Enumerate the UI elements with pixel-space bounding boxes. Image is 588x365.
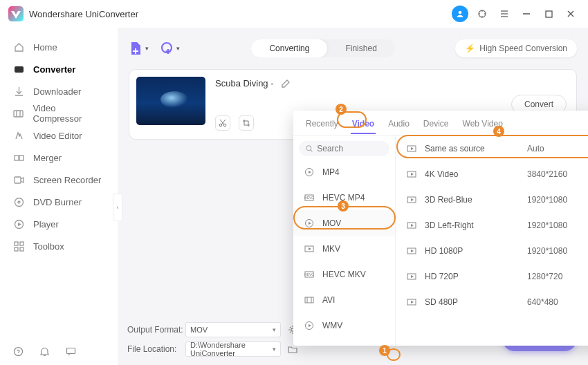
svg-marker-24 [309,171,311,174]
format-icon [303,295,315,305]
format-icon [303,244,315,254]
svg-rect-18 [133,50,138,52]
sidebar-item-recorder[interactable]: Screen Recorder [0,169,118,191]
maximize-button[interactable] [540,5,558,23]
format-row[interactable]: AVI [293,287,395,312]
rename-icon[interactable] [281,79,291,88]
sidebar-item-label: Merger [33,153,62,163]
bolt-icon: ⚡ [465,44,475,53]
svg-marker-28 [309,222,311,225]
tab-converting[interactable]: Converting [251,39,327,57]
preset-icon [405,195,418,205]
preset-row[interactable]: 3D Red-Blue1920*1080 [396,187,588,212]
svg-marker-30 [309,247,311,250]
svg-point-1 [459,11,462,15]
svg-marker-47 [411,275,414,278]
add-url-icon [160,41,175,56]
status-segmented: Converting Finished [251,39,394,57]
preset-row[interactable]: 4K Video3840*2160 [396,161,588,187]
tab-video[interactable]: Video [345,113,381,133]
sidebar-item-compressor[interactable]: Video Compressor [0,102,118,124]
titlebar: Wondershare UniConverter [0,0,588,28]
svg-rect-3 [546,11,552,17]
svg-rect-15 [15,247,18,251]
svg-marker-37 [411,147,414,150]
svg-marker-12 [18,223,21,226]
minimize-button[interactable] [517,5,535,23]
format-row[interactable]: WMV [293,312,395,338]
preset-row[interactable]: 3D Left-Right1920*1080 [396,212,588,238]
tab-device[interactable]: Device [416,113,456,133]
format-row[interactable]: MP4 [293,159,395,185]
menu-icon[interactable] [495,5,513,23]
output-format-select[interactable]: MOV [185,322,281,337]
sidebar-item-merger[interactable]: Merger [0,147,118,169]
svg-marker-35 [309,324,311,327]
format-icon [303,218,315,228]
add-url-button[interactable]: ▾ [160,41,180,56]
svg-point-10 [18,201,20,203]
format-icon [303,167,315,177]
format-search[interactable] [299,141,389,156]
sidebar-item-label: Video Compressor [33,103,105,124]
svg-marker-43 [411,224,414,227]
callout-badge-1: 1 [379,345,390,356]
home-icon [12,42,25,53]
preset-icon [405,221,418,230]
crop-button[interactable] [239,115,254,131]
close-button[interactable] [562,5,580,23]
toolbox-icon [12,241,25,252]
sidebar-item-converter[interactable]: Converter [0,58,118,80]
sidebar: Home Converter Downloader Video Compress… [0,28,118,365]
sidebar-item-dvd[interactable]: DVD Burner [0,191,118,213]
sidebar-item-label: Player [33,219,59,230]
preset-row[interactable]: Same as sourceAuto [396,135,588,161]
sidebar-item-toolbox[interactable]: Toolbox [0,235,118,257]
svg-point-22 [306,146,311,151]
callout-badge-2: 2 [336,104,347,115]
high-speed-toggle[interactable]: ⚡High Speed Conversion [455,39,577,57]
tab-finished[interactable]: Finished [327,39,394,57]
sidebar-item-editor[interactable]: Video Editor [0,124,118,147]
sidebar-item-player[interactable]: Player [0,213,118,235]
svg-text:HEVC: HEVC [304,272,314,277]
bottom-icons [11,344,77,358]
sidebar-item-label: Downloader [33,86,81,97]
sidebar-item-downloader[interactable]: Downloader [0,80,118,102]
format-row[interactable]: HEVCHEVC MKV [293,261,395,287]
notification-icon[interactable] [37,344,51,358]
feedback-icon[interactable] [64,344,77,358]
content-area: ▾ ▾ Converting Finished ⚡High Speed Conv… [118,28,588,365]
account-avatar[interactable] [451,5,469,23]
svg-rect-16 [20,247,24,251]
search-icon [306,144,313,153]
support-icon[interactable] [473,5,491,23]
dvd-icon [12,197,25,207]
tab-recently[interactable]: Recently [299,113,345,133]
sidebar-item-home[interactable]: Home [0,36,118,58]
editor-icon [12,131,25,141]
preset-row[interactable]: HD 1080P1920*1080 [396,238,588,263]
preset-icon [405,272,418,281]
sidebar-item-label: Home [33,42,57,53]
open-folder-icon[interactable] [285,344,300,354]
callout-badge-4: 4 [493,126,504,137]
preset-icon [405,144,418,153]
search-input[interactable] [317,144,383,153]
video-thumbnail[interactable] [136,77,205,125]
preset-row[interactable]: SD 480P640*480 [396,289,588,315]
format-column: MP4 HEVCHEVC MP4 MOV MKV HEVCHEVC MKV AV… [293,135,396,346]
format-row-selected[interactable]: MOV [293,210,395,236]
svg-rect-52 [66,348,75,353]
file-location-select[interactable]: D:\Wondershare UniConverter [185,341,281,357]
chevron-down-icon: ▾ [145,45,149,52]
compressor-icon [12,109,25,119]
add-files-button[interactable]: ▾ [129,41,149,56]
format-row[interactable]: MKV [293,236,395,261]
help-icon[interactable] [11,344,25,358]
format-icon: HEVC [303,193,315,203]
preset-row[interactable]: HD 720P1280*720 [396,263,588,289]
trim-button[interactable] [215,115,230,131]
app-title: Wondershare UniConverter [29,9,138,19]
tab-audio[interactable]: Audio [381,113,416,133]
